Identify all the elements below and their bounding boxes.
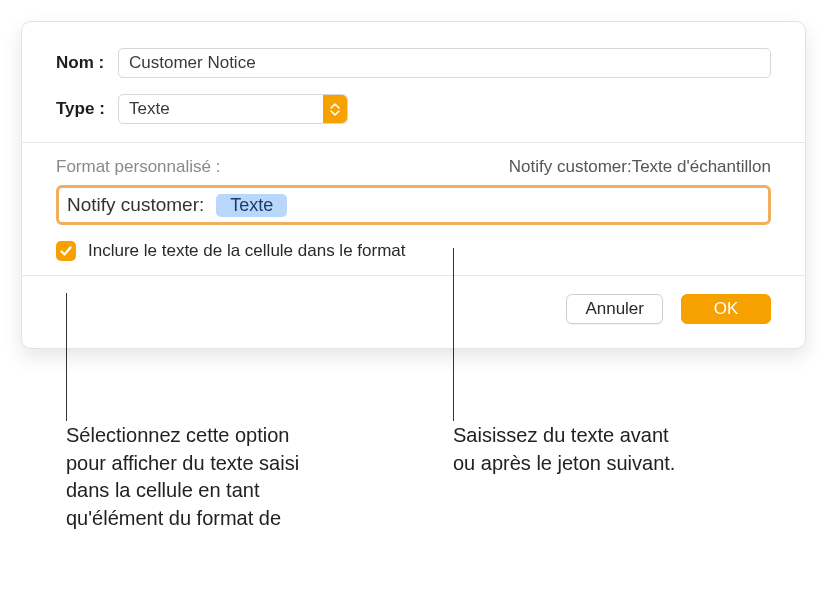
name-label: Nom : [56, 53, 118, 73]
type-value: Texte [129, 99, 170, 119]
callout-line-checkbox [66, 293, 67, 421]
cancel-button[interactable]: Annuler [566, 294, 663, 324]
type-row: Type : Texte [22, 84, 805, 142]
format-header: Format personnalisé : Notify customer:Te… [22, 143, 805, 183]
format-prefix-text: Notify customer: [67, 194, 204, 216]
type-select[interactable]: Texte [118, 94, 348, 124]
button-row: Annuler OK [22, 276, 805, 348]
custom-format-label: Format personnalisé : [56, 157, 220, 177]
callout-checkbox-text: Sélectionnez cette option pour afficher … [66, 422, 331, 532]
type-label: Type : [56, 99, 118, 119]
name-row: Nom : [22, 22, 805, 84]
ok-button[interactable]: OK [681, 294, 771, 324]
include-text-label: Inclure le texte de la cellule dans le f… [88, 241, 406, 261]
format-preview: Notify customer:Texte d'échantillon [509, 157, 771, 177]
callout-token-text: Saisissez du texte avant ou après le jet… [453, 422, 683, 477]
name-input[interactable] [118, 48, 771, 78]
include-text-checkbox[interactable] [56, 241, 76, 261]
updown-icon [323, 95, 347, 123]
checkmark-icon [59, 244, 73, 258]
format-input[interactable]: Notify customer: Texte [56, 185, 771, 225]
include-text-row: Inclure le texte de la cellule dans le f… [22, 235, 805, 275]
text-token[interactable]: Texte [216, 194, 287, 217]
format-body: Notify customer: Texte [22, 183, 805, 235]
custom-format-dialog: Nom : Type : Texte Format personnalisé :… [21, 21, 806, 349]
callout-line-token [453, 248, 454, 421]
